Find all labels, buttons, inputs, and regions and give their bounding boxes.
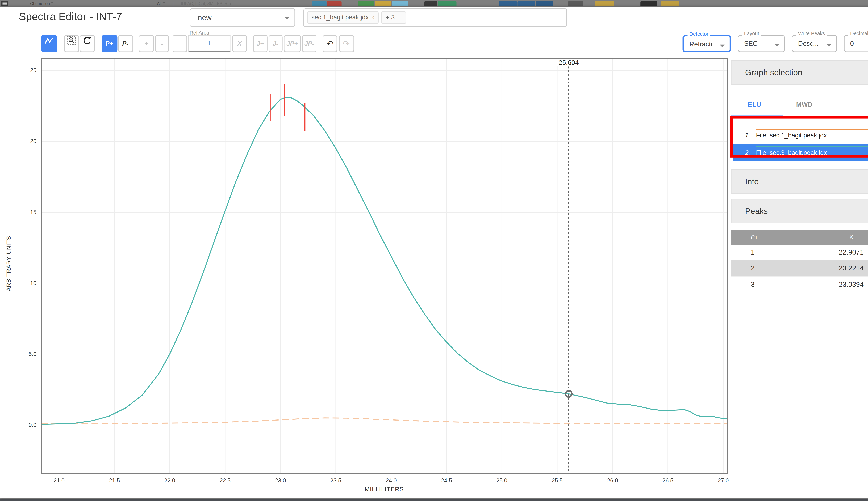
y-tick-label: 15 — [30, 209, 36, 215]
nav-search-button — [312, 1, 326, 6]
browser-top-bar: Chemotion All | IUPAC, InChI, SMILES, RI… — [0, 0, 868, 7]
peak-add-button[interactable]: P+ — [102, 35, 117, 52]
spectrum-chart[interactable]: 21.021.522.022.523.023.524.024.525.025.5… — [0, 50, 737, 493]
chevron-down-icon — [284, 17, 290, 22]
spectra-editor-modal: Spectra Editor - INT-7 new sec.1_bagit.p… — [0, 7, 868, 498]
decimal-select[interactable]: Decimal 0 — [844, 35, 868, 52]
chevron-down-icon — [826, 44, 832, 49]
y-tick-label: 25 — [30, 67, 36, 73]
undo-button[interactable]: ↶ — [323, 35, 337, 52]
write-peaks-value: Desc... — [793, 35, 836, 51]
info-header[interactable]: Info — [731, 170, 868, 194]
more-files-chip[interactable]: + 3 ... — [381, 11, 406, 23]
plot-border — [42, 58, 727, 474]
nav-button-lightblue — [392, 1, 408, 6]
spectrum-line-primary — [41, 97, 726, 424]
x-axis-title: MILLILITERS — [42, 486, 727, 492]
spectrum-line-secondary — [41, 418, 726, 423]
x-tick-label: 24.0 — [386, 477, 397, 484]
decimal-value: 0 — [845, 35, 868, 51]
layout-label: Layout — [742, 31, 761, 36]
brand-label: Chemotion — [30, 0, 54, 7]
y-tick-label: 0.0 — [29, 422, 36, 428]
search-placeholder: IUPAC, InChI, SMILES, RIn — [181, 0, 231, 7]
graph-selection-title: Graph selection — [731, 61, 868, 84]
spectrum-mode-button[interactable] — [41, 35, 57, 52]
nav-button-blue2 — [517, 1, 535, 6]
window-bottom-bar — [0, 498, 868, 501]
decimal-label: Decimal — [848, 31, 868, 36]
tab-elu[interactable]: ELU — [748, 101, 761, 108]
x-tick-label: 26.0 — [607, 477, 618, 484]
file-tag-chip[interactable]: sec.1_bagit.peak.jdx× — [307, 11, 379, 23]
file-tags-input[interactable]: sec.1_bagit.peak.jdx× + 3 ... — [303, 8, 567, 27]
clear-ref-button[interactable]: X — [232, 35, 247, 52]
y-axis-title: ARBITRARY UNITS — [6, 235, 12, 291]
x-tick-label: 26.5 — [662, 477, 673, 484]
peak-x-value: 23.0394 — [731, 280, 868, 288]
reset-zoom-button[interactable] — [80, 35, 95, 52]
peaks-table-header: P+ X Y - — [731, 230, 868, 245]
screen: Chemotion All | IUPAC, InChI, SMILES, RI… — [0, 0, 868, 501]
x-tick-label: 23.5 — [330, 477, 341, 484]
peak-x-value: 23.2214 — [731, 264, 868, 272]
peak-table-row[interactable]: 323.03942.31e+1× — [731, 277, 868, 292]
zoom-area-button[interactable] — [64, 35, 79, 52]
nav-button-blue1 — [499, 1, 516, 6]
x-tick-label: 24.5 — [441, 477, 452, 484]
peaks-header[interactable]: Peaks — [731, 199, 868, 223]
redo-button[interactable]: ↷ — [339, 35, 354, 52]
x-tick-label: 25.5 — [552, 477, 563, 484]
x-tick-label: 27.0 — [718, 477, 729, 484]
write-peaks-label: Write Peaks — [796, 31, 827, 36]
write-peaks-select[interactable]: Write Peaks Desc... — [792, 35, 837, 52]
zoom-reset-icon — [82, 35, 92, 45]
x-tick-label: 21.5 — [109, 477, 120, 484]
nav-button-blue3 — [535, 1, 553, 6]
nav-button-yellow3 — [660, 1, 679, 6]
peak-remove-button[interactable]: P- — [118, 35, 133, 52]
preset-select[interactable]: new — [190, 8, 295, 27]
preset-select-value: new — [190, 9, 294, 26]
y-tick-label: 20 — [30, 138, 36, 144]
tab-mwd[interactable]: MWD — [796, 101, 813, 108]
jp-add-button[interactable]: JP+ — [283, 35, 301, 52]
nav-clear-button — [327, 1, 342, 6]
column-x: X — [731, 234, 868, 240]
cursor-value-label: 25.604 — [559, 59, 579, 66]
remove-tag-icon[interactable]: × — [371, 14, 375, 20]
peak-table-row[interactable]: 223.22142.24e+1× — [731, 260, 868, 276]
zoom-in-icon — [67, 35, 76, 45]
jp-remove-button[interactable]: JP- — [302, 35, 316, 52]
peak-x-value: 22.9071 — [731, 248, 868, 256]
j-add-button[interactable]: J+ — [253, 35, 268, 52]
page-title: Spectra Editor - INT-7 — [19, 11, 122, 23]
j-remove-button[interactable]: J- — [268, 35, 283, 52]
x-tick-label: 21.0 — [53, 477, 64, 484]
peak-table-row[interactable]: 122.90712.29e+1× — [731, 245, 868, 260]
integral-remove-button[interactable]: - — [155, 35, 169, 52]
chevron-down-icon — [720, 44, 725, 49]
graph-selection-header[interactable]: Graph selection — [731, 60, 868, 85]
chevron-down-icon — [774, 44, 779, 49]
x-tick-label: 22.0 — [164, 477, 175, 484]
hamburger-icon — [1, 1, 8, 6]
detector-value: Refracti... — [684, 36, 730, 52]
nav-button-yellow2 — [595, 1, 614, 6]
nav-button-green — [358, 1, 374, 6]
y-tick-label: 10 — [30, 280, 36, 286]
detector-select[interactable]: Detector Refracti... — [683, 35, 731, 52]
nav-button-gray — [568, 1, 583, 6]
blank-button[interactable] — [172, 35, 187, 52]
x-tick-label: 23.0 — [275, 477, 286, 484]
ref-area-input[interactable] — [188, 35, 230, 52]
detector-label: Detector — [688, 31, 710, 37]
x-tick-label: 22.5 — [220, 477, 231, 484]
nav-button-dark2 — [640, 1, 657, 6]
layout-select[interactable]: Layout SEC — [738, 35, 785, 52]
nav-button-yellow — [375, 1, 391, 6]
nav-button-green2 — [438, 1, 457, 6]
integral-add-button[interactable]: + — [139, 35, 154, 52]
x-tick-label: 25.0 — [496, 477, 507, 484]
scope-dropdown: All — [157, 0, 165, 7]
